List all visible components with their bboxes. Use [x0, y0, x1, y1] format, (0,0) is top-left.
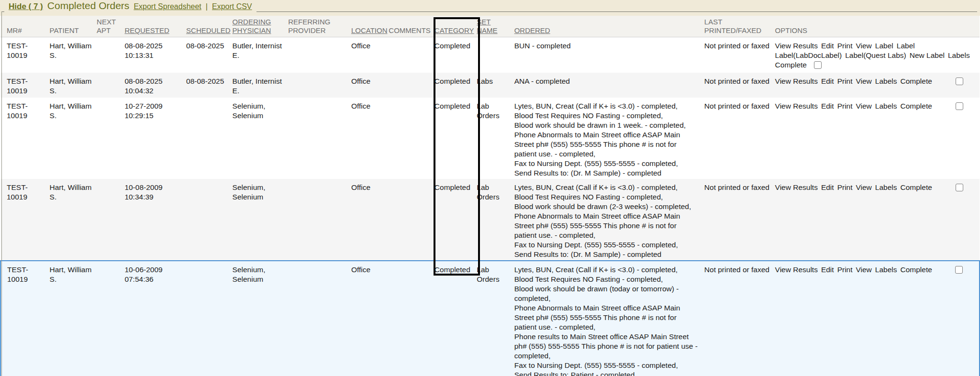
column-header-label: REFERRING PROVIDER	[288, 18, 330, 34]
ordered-item: BUN - completed	[514, 41, 701, 51]
cell-set-name: Lab Orders	[477, 98, 514, 179]
fieldset-border-tick	[1, 11, 4, 12]
option-link-print[interactable]: Print	[837, 101, 853, 111]
ordered-item: Fax to Nursing Dept. (555) 555-5555 - co…	[514, 159, 701, 168]
option-link-complete[interactable]: Complete	[901, 265, 932, 275]
column-header-label[interactable]: ORDERING PHYSICIAN	[233, 18, 271, 34]
option-link-labels[interactable]: Labels	[875, 101, 897, 111]
cell-mr: TEST-10019	[0, 261, 50, 376]
ordered-item: Phone Abnormals to Main Street office AS…	[514, 130, 701, 159]
column-header-label[interactable]: CATEGORY	[434, 26, 474, 34]
option-link-labels[interactable]: Labels	[875, 183, 897, 192]
complete-checkbox[interactable]	[956, 77, 963, 85]
column-header-scheduled[interactable]: SCHEDULED	[186, 16, 233, 37]
option-link-new-label[interactable]: New Label	[910, 51, 945, 60]
column-header-requested[interactable]: REQUESTED	[124, 16, 186, 37]
column-header-set-name[interactable]: SET NAME	[477, 16, 514, 37]
option-link-complete[interactable]: Complete	[901, 183, 932, 192]
cell-ordered: Lytes, BUN, Creat (Call if K+ is <3.0) -…	[514, 98, 704, 179]
cell-options: View ResultsEditPrintViewLabelsComplete	[775, 98, 980, 179]
option-link-label[interactable]: Label	[897, 41, 915, 51]
complete-checkbox[interactable]	[956, 102, 963, 110]
option-link-complete[interactable]: Complete	[775, 60, 807, 70]
column-header-label[interactable]: SET NAME	[477, 18, 497, 34]
cell-set-name: Labs	[477, 73, 514, 98]
ordered-item: Blood Test Requires NO Fasting - complet…	[514, 111, 701, 121]
cell-set-name	[477, 37, 514, 73]
cell-options: View ResultsEditPrintViewLabelLabelLabel…	[775, 37, 980, 73]
column-header-referring-provider: REFERRING PROVIDER	[288, 16, 351, 37]
ordered-item: Lytes, BUN, Creat (Call if K+ is <3.0) -…	[514, 101, 701, 111]
cell-set-name: Lab Orders	[477, 179, 514, 261]
column-header-options: OPTIONS	[775, 16, 980, 37]
option-link-view-results[interactable]: View Results	[775, 77, 818, 86]
option-link-view-results[interactable]: View Results	[775, 183, 818, 192]
export-spreadsheet-link[interactable]: Export Spreadsheet	[134, 2, 201, 11]
column-header-ordering-physician[interactable]: ORDERING PHYSICIAN	[233, 16, 289, 37]
cell-mr: TEST-10019	[0, 98, 50, 179]
cell-ordering-physician: Butler, Internist E.	[233, 37, 289, 73]
option-link-view-results[interactable]: View Results	[775, 101, 818, 111]
cell-requested: 10-27-2009 10:29:15	[124, 98, 186, 179]
cell-ordered: Lytes, BUN, Creat (Call if K+ is <3.0) -…	[514, 179, 704, 261]
cell-patient: Hart, William S.	[50, 37, 97, 73]
column-header-label: MR#	[7, 26, 22, 34]
ordered-item: Lytes, BUN, Creat (Call if K+ is <3.0) -…	[514, 265, 701, 275]
cell-category: Completed	[434, 261, 477, 376]
option-link-print[interactable]: Print	[837, 77, 853, 86]
option-link-view[interactable]: View	[856, 101, 872, 111]
column-header-label: PATIENT	[50, 26, 79, 34]
cell-last-printed-faxed: Not printed or faxed	[704, 98, 775, 179]
completed-orders-table: MR#PATIENTNEXT APTREQUESTEDSCHEDULEDORDE…	[0, 16, 980, 376]
cell-patient: Hart, William S.	[50, 261, 97, 376]
export-csv-link[interactable]: Export CSV	[212, 2, 252, 11]
option-link-complete[interactable]: Complete	[901, 101, 932, 111]
ordered-item: Fax to Nursing Dept. (555) 555-5555 - co…	[514, 361, 701, 370]
cell-next-apt	[97, 73, 124, 98]
option-link-label[interactable]: Label	[875, 41, 893, 51]
option-link-complete[interactable]: Complete	[901, 77, 932, 86]
column-header-label[interactable]: LOCATION	[351, 26, 388, 34]
option-link-print[interactable]: Print	[837, 183, 853, 192]
option-link-view-results[interactable]: View Results	[775, 41, 818, 51]
option-link-edit[interactable]: Edit	[821, 101, 834, 111]
cell-patient: Hart, William S.	[50, 98, 97, 179]
option-link-edit[interactable]: Edit	[821, 183, 834, 192]
option-link-edit[interactable]: Edit	[821, 41, 834, 51]
column-header-label: COMMENTS	[389, 26, 431, 34]
cell-ordering-physician: Selenium, Selenium	[233, 98, 289, 179]
complete-checkbox[interactable]	[955, 266, 963, 274]
cell-comments	[389, 261, 434, 376]
cell-ordered: ANA - completed	[514, 73, 704, 98]
option-link-edit[interactable]: Edit	[821, 265, 834, 275]
complete-checkbox[interactable]	[814, 61, 822, 69]
option-link-labels[interactable]: Labels	[875, 265, 897, 275]
option-link-labels[interactable]: Labels	[875, 77, 897, 86]
option-link-print[interactable]: Print	[837, 41, 853, 51]
option-link-view[interactable]: View	[856, 77, 872, 86]
option-link-view[interactable]: View	[856, 183, 872, 192]
option-link-label-labdoclabel[interactable]: Label(LabDocLabel)	[775, 51, 842, 60]
option-link-edit[interactable]: Edit	[821, 77, 834, 86]
ordered-item: Phone Abnormals to Main Street office AS…	[514, 211, 701, 240]
ordered-item: Blood Test Requires NO Fasting - complet…	[514, 275, 701, 284]
column-header-label[interactable]: ORDERED	[514, 26, 550, 34]
ordered-item: Phone Abnormals to Main Street office AS…	[514, 303, 701, 332]
hide-orders-link[interactable]: Hide ( 7 )	[9, 2, 43, 11]
option-link-view[interactable]: View	[856, 265, 872, 275]
option-link-labels[interactable]: Labels	[948, 51, 970, 60]
ordered-item: Phone results to Main Street office ASAP…	[514, 332, 701, 361]
column-header-ordered[interactable]: ORDERED	[514, 16, 704, 37]
column-header-label[interactable]: SCHEDULED	[186, 26, 231, 34]
cell-category: Completed	[434, 73, 477, 98]
column-header-location[interactable]: LOCATION	[351, 16, 389, 37]
option-link-label-quest-labs[interactable]: Label(Quest Labs)	[845, 51, 906, 60]
cell-scheduled	[186, 261, 233, 376]
option-link-print[interactable]: Print	[837, 265, 853, 275]
option-link-view-results[interactable]: View Results	[775, 265, 818, 275]
column-header-category[interactable]: CATEGORY	[434, 16, 477, 37]
column-header-label[interactable]: REQUESTED	[124, 26, 169, 34]
cell-options: View ResultsEditPrintViewLabelsComplete	[775, 261, 980, 376]
option-link-view[interactable]: View	[856, 41, 872, 51]
complete-checkbox[interactable]	[956, 184, 963, 191]
